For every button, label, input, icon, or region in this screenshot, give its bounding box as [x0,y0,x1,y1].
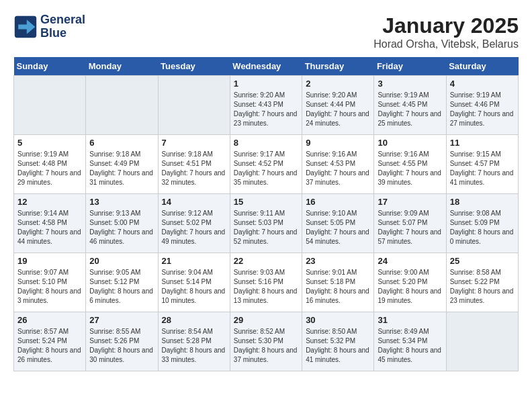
day-number: 2 [306,79,370,89]
day-cell: 29Sunrise: 8:52 AM Sunset: 5:30 PM Dayli… [230,312,302,371]
day-number: 27 [89,315,154,325]
day-info: Sunrise: 9:05 AM Sunset: 5:12 PM Dayligh… [89,268,154,306]
day-info: Sunrise: 9:19 AM Sunset: 4:45 PM Dayligh… [378,91,442,128]
week-row-4: 19Sunrise: 9:07 AM Sunset: 5:10 PM Dayli… [14,253,519,312]
day-number: 9 [306,138,370,148]
day-info: Sunrise: 8:49 AM Sunset: 5:34 PM Dayligh… [378,327,442,365]
day-cell: 8Sunrise: 9:17 AM Sunset: 4:52 PM Daylig… [230,135,302,194]
day-cell: 13Sunrise: 9:13 AM Sunset: 5:00 PM Dayli… [86,194,158,253]
day-cell: 15Sunrise: 9:11 AM Sunset: 5:03 PM Dayli… [230,194,302,253]
day-info: Sunrise: 9:15 AM Sunset: 4:57 PM Dayligh… [450,150,515,187]
day-number: 10 [378,138,442,148]
day-cell: 10Sunrise: 9:16 AM Sunset: 4:55 PM Dayli… [374,135,446,194]
day-number: 19 [17,256,82,266]
day-number: 22 [234,256,298,266]
day-number: 29 [234,315,298,325]
day-number: 13 [89,197,154,207]
day-cell: 3Sunrise: 9:19 AM Sunset: 4:45 PM Daylig… [374,76,446,135]
day-header-monday: Monday [86,57,158,76]
day-header-wednesday: Wednesday [230,57,302,76]
day-cell: 26Sunrise: 8:57 AM Sunset: 5:24 PM Dayli… [14,312,86,371]
day-info: Sunrise: 9:03 AM Sunset: 5:16 PM Dayligh… [234,268,298,306]
day-cell: 9Sunrise: 9:16 AM Sunset: 4:53 PM Daylig… [302,135,374,194]
logo-icon [13,15,38,39]
day-info: Sunrise: 8:55 AM Sunset: 5:26 PM Dayligh… [89,327,154,365]
day-header-thursday: Thursday [302,57,374,76]
day-info: Sunrise: 8:57 AM Sunset: 5:24 PM Dayligh… [17,327,82,365]
day-cell: 30Sunrise: 8:50 AM Sunset: 5:32 PM Dayli… [302,312,374,371]
logo-text: General Blue [40,13,85,40]
day-cell: 4Sunrise: 9:19 AM Sunset: 4:46 PM Daylig… [446,76,518,135]
day-number: 26 [17,315,82,325]
day-number: 3 [378,79,442,89]
day-number: 17 [378,197,442,207]
day-cell: 28Sunrise: 8:54 AM Sunset: 5:28 PM Dayli… [158,312,230,371]
calendar-table: SundayMondayTuesdayWednesdayThursdayFrid… [13,57,519,371]
day-info: Sunrise: 9:17 AM Sunset: 4:52 PM Dayligh… [234,150,298,187]
week-row-1: 1Sunrise: 9:20 AM Sunset: 4:43 PM Daylig… [14,76,519,135]
day-cell: 6Sunrise: 9:18 AM Sunset: 4:49 PM Daylig… [86,135,158,194]
day-cell: 20Sunrise: 9:05 AM Sunset: 5:12 PM Dayli… [86,253,158,312]
title-area: January 2025 Horad Orsha, Vitebsk, Belar… [373,13,519,50]
day-info: Sunrise: 8:52 AM Sunset: 5:30 PM Dayligh… [234,327,298,365]
day-cell [86,76,158,135]
day-info: Sunrise: 9:12 AM Sunset: 5:02 PM Dayligh… [162,209,226,246]
day-header-friday: Friday [374,57,446,76]
day-number: 8 [234,138,298,148]
day-info: Sunrise: 9:07 AM Sunset: 5:10 PM Dayligh… [17,268,82,306]
day-cell: 23Sunrise: 9:01 AM Sunset: 5:18 PM Dayli… [302,253,374,312]
day-info: Sunrise: 9:04 AM Sunset: 5:14 PM Dayligh… [162,268,226,306]
day-cell: 25Sunrise: 8:58 AM Sunset: 5:22 PM Dayli… [446,253,518,312]
day-info: Sunrise: 9:20 AM Sunset: 4:43 PM Dayligh… [234,91,298,128]
day-number: 16 [306,197,370,207]
day-cell: 19Sunrise: 9:07 AM Sunset: 5:10 PM Dayli… [14,253,86,312]
day-cell: 14Sunrise: 9:12 AM Sunset: 5:02 PM Dayli… [158,194,230,253]
day-info: Sunrise: 9:20 AM Sunset: 4:44 PM Dayligh… [306,91,370,128]
day-info: Sunrise: 9:10 AM Sunset: 5:05 PM Dayligh… [306,209,370,246]
day-cell: 22Sunrise: 9:03 AM Sunset: 5:16 PM Dayli… [230,253,302,312]
day-info: Sunrise: 9:16 AM Sunset: 4:53 PM Dayligh… [306,150,370,187]
day-cell: 5Sunrise: 9:19 AM Sunset: 4:48 PM Daylig… [14,135,86,194]
day-header-saturday: Saturday [446,57,518,76]
day-number: 25 [450,256,515,266]
day-cell: 18Sunrise: 9:08 AM Sunset: 5:09 PM Dayli… [446,194,518,253]
day-cell: 12Sunrise: 9:14 AM Sunset: 4:58 PM Dayli… [14,194,86,253]
day-number: 7 [162,138,226,148]
week-row-3: 12Sunrise: 9:14 AM Sunset: 4:58 PM Dayli… [14,194,519,253]
day-cell: 1Sunrise: 9:20 AM Sunset: 4:43 PM Daylig… [230,76,302,135]
calendar-title: January 2025 [373,13,519,38]
day-cell [446,312,518,371]
day-info: Sunrise: 9:09 AM Sunset: 5:07 PM Dayligh… [378,209,442,246]
calendar-subtitle: Horad Orsha, Vitebsk, Belarus [373,38,519,50]
day-cell [14,76,86,135]
day-number: 31 [378,315,442,325]
day-number: 6 [89,138,154,148]
header-row: SundayMondayTuesdayWednesdayThursdayFrid… [14,57,519,76]
day-number: 12 [17,197,82,207]
day-info: Sunrise: 8:54 AM Sunset: 5:28 PM Dayligh… [162,327,226,365]
day-number: 20 [89,256,154,266]
logo: General Blue [13,13,85,40]
day-cell: 24Sunrise: 9:00 AM Sunset: 5:20 PM Dayli… [374,253,446,312]
day-number: 30 [306,315,370,325]
day-number: 15 [234,197,298,207]
day-info: Sunrise: 9:18 AM Sunset: 4:49 PM Dayligh… [89,150,154,187]
day-cell: 2Sunrise: 9:20 AM Sunset: 4:44 PM Daylig… [302,76,374,135]
day-number: 11 [450,138,515,148]
day-number: 28 [162,315,226,325]
day-number: 24 [378,256,442,266]
day-cell: 16Sunrise: 9:10 AM Sunset: 5:05 PM Dayli… [302,194,374,253]
day-info: Sunrise: 8:58 AM Sunset: 5:22 PM Dayligh… [450,268,515,306]
day-header-sunday: Sunday [14,57,86,76]
day-cell [158,76,230,135]
day-cell: 17Sunrise: 9:09 AM Sunset: 5:07 PM Dayli… [374,194,446,253]
day-cell: 21Sunrise: 9:04 AM Sunset: 5:14 PM Dayli… [158,253,230,312]
day-info: Sunrise: 8:50 AM Sunset: 5:32 PM Dayligh… [306,327,370,365]
day-cell: 11Sunrise: 9:15 AM Sunset: 4:57 PM Dayli… [446,135,518,194]
day-cell: 27Sunrise: 8:55 AM Sunset: 5:26 PM Dayli… [86,312,158,371]
day-info: Sunrise: 9:11 AM Sunset: 5:03 PM Dayligh… [234,209,298,246]
day-info: Sunrise: 9:19 AM Sunset: 4:48 PM Dayligh… [17,150,82,187]
week-row-2: 5Sunrise: 9:19 AM Sunset: 4:48 PM Daylig… [14,135,519,194]
page-header: General Blue January 2025 Horad Orsha, V… [13,13,519,50]
week-row-5: 26Sunrise: 8:57 AM Sunset: 5:24 PM Dayli… [14,312,519,371]
